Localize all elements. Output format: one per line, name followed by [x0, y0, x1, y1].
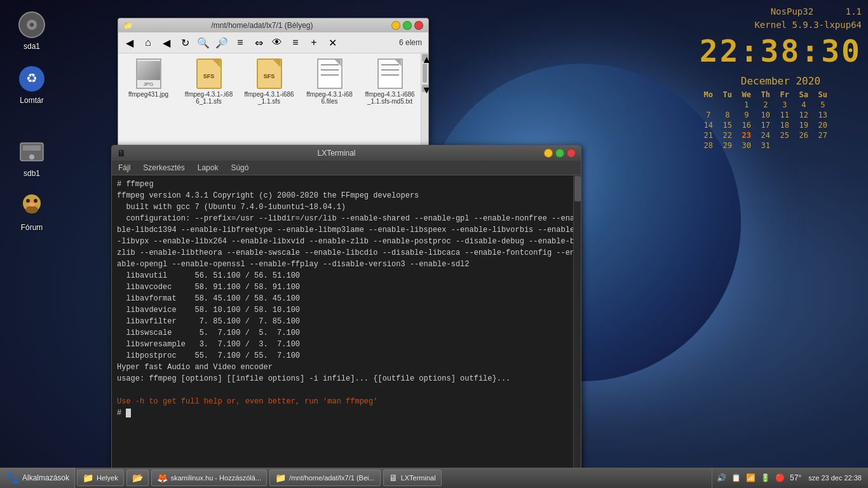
taskbar-item-files[interactable]: 📂 — [126, 470, 149, 486]
back-button[interactable]: ◀ — [121, 34, 138, 51]
cal-day-17[interactable]: 17 — [757, 121, 775, 130]
desktop-icon-lomtar[interactable]: ♻ Lomtár — [6, 60, 57, 108]
cal-day-8[interactable]: 8 — [719, 111, 736, 119]
cal-day-30[interactable]: 30 — [738, 141, 756, 150]
cal-day-21[interactable]: 21 — [700, 131, 717, 140]
menu-fajl[interactable]: Fájl — [115, 162, 133, 173]
terminal-icon: 🖥 — [117, 148, 126, 158]
desktop-icon-sda1[interactable]: sda1 — [6, 6, 57, 54]
cal-day-3[interactable]: 3 — [776, 100, 794, 109]
terminal-titlebar[interactable]: 🖥 LXTerminal — [112, 146, 581, 161]
cal-day-24[interactable]: 24 — [757, 131, 775, 140]
desktop-icon-sdb1[interactable]: sdb1 — [6, 133, 57, 181]
cal-day-9[interactable]: 9 — [738, 111, 756, 119]
file-item-jpg[interactable]: JPG ffmpeg431.jpg — [121, 57, 175, 107]
cal-day-12[interactable]: 12 — [795, 111, 813, 119]
forum-label: Fórum — [21, 223, 43, 232]
helyek-icon: 📁 — [83, 473, 93, 483]
forum-icon — [17, 191, 47, 221]
scrollbar-thumb[interactable] — [423, 64, 427, 83]
window-control-buttons — [391, 21, 423, 30]
new-folder-button[interactable]: + — [306, 34, 322, 51]
cal-day-19[interactable]: 19 — [795, 121, 813, 130]
menu-sugo[interactable]: Súgó — [227, 162, 252, 173]
file-item-md5[interactable]: ffmpeg-4.3.1-i686_1.1.sfs-md5.txt — [363, 57, 417, 107]
file-icon-files — [315, 58, 345, 89]
cal-day-20[interactable]: 20 — [814, 121, 832, 130]
cal-day-27[interactable]: 27 — [814, 131, 832, 140]
cal-day[interactable] — [719, 100, 736, 109]
cal-day-2[interactable]: 2 — [757, 100, 775, 109]
sda1-icon — [17, 10, 47, 40]
close-button[interactable] — [414, 21, 423, 30]
column-view-button[interactable]: ⇔ — [250, 34, 267, 51]
cal-day-11[interactable]: 11 — [776, 111, 794, 119]
delete-button[interactable]: ✕ — [324, 34, 341, 51]
cal-day-29[interactable]: 29 — [719, 141, 736, 150]
zoom-in-button[interactable]: 🔍 — [195, 34, 212, 51]
file-item-sfs1[interactable]: SFS ffmpeg-4.3.1-.i686_1.1.sfs — [182, 57, 236, 107]
up-button[interactable]: ◀ — [158, 34, 175, 51]
tray-power-icon[interactable]: 🔴 — [774, 473, 786, 482]
terminal-scrollbar[interactable] — [573, 175, 581, 487]
tray-wifi-icon[interactable]: 📶 — [745, 473, 757, 482]
terminal-body[interactable]: # ffmpeg ffmpeg version 4.3.1 Copyright … — [112, 175, 581, 487]
terminal-maximize-button[interactable] — [555, 149, 564, 158]
menu-szerkesztes[interactable]: Szerkesztés — [140, 162, 187, 173]
cal-day-5[interactable]: 5 — [814, 100, 832, 109]
terminal-line-7: libavformat 58. 45.100 / 58. 45.100 — [117, 293, 576, 304]
taskbar-item-helyek[interactable]: 📁 Helyek — [77, 470, 124, 486]
cal-day-7[interactable]: 7 — [700, 111, 717, 119]
terminal-line-12: libpostproc 55. 7.100 / 55. 7.100 — [117, 350, 576, 362]
cal-header-tu: Tu — [719, 90, 736, 99]
home-button[interactable]: ⌂ — [140, 34, 156, 51]
detail-view-button[interactable]: ≡ — [287, 34, 304, 51]
cal-day-14[interactable]: 14 — [700, 121, 717, 130]
file-name-files: ffmpeg-4.3.1-i686.files — [304, 91, 355, 105]
maximize-button[interactable] — [403, 21, 412, 30]
cal-day-4[interactable]: 4 — [795, 100, 813, 109]
file-item-sfs2[interactable]: SFS ffmpeg-4.3.1-i686_1.1.sfs — [242, 57, 296, 107]
terminal-line-5: libavutil 56. 51.100 / 56. 51.100 — [117, 270, 576, 281]
file-item-files[interactable]: ffmpeg-4.3.1-i686.files — [302, 57, 356, 107]
cal-day-10[interactable]: 10 — [757, 111, 775, 119]
calendar: December 2020 Mo Tu We Th Fr Sa Su 1 2 3… — [700, 75, 862, 150]
cal-day-13[interactable]: 13 — [814, 111, 832, 119]
cal-day-15[interactable]: 15 — [719, 121, 736, 130]
svg-point-10 — [26, 199, 30, 203]
terminal-line-4: configuration: --prefix=/usr --libdir=/u… — [117, 213, 576, 270]
terminal-close-button[interactable] — [567, 149, 576, 158]
cal-day-22[interactable]: 22 — [719, 131, 736, 140]
skamil-label: skamilinux.hu - Hozzászólá... — [171, 474, 261, 482]
file-manager-titlebar[interactable]: 📁 /mnt/home/adat/lx7/1 (Bélyeg) — [118, 18, 428, 32]
list-view-button[interactable]: ≡ — [232, 34, 248, 51]
minimize-button[interactable] — [391, 21, 400, 30]
taskbar-item-lxterminal[interactable]: 🖥 LXTerminal — [383, 470, 442, 486]
preview-button[interactable]: 👁 — [269, 34, 285, 51]
cal-day-18[interactable]: 18 — [776, 121, 794, 130]
cal-day-28[interactable]: 28 — [700, 141, 717, 150]
taskbar-item-skamil[interactable]: 🦊 skamilinux.hu - Hozzászólá... — [151, 470, 267, 486]
terminal-minimize-button[interactable] — [544, 149, 553, 158]
tray-volume-icon[interactable]: 🔊 — [715, 473, 728, 482]
file-name-sfs2: ffmpeg-4.3.1-i686_1.1.sfs — [244, 91, 294, 105]
desktop-icon-forum[interactable]: Fórum — [6, 187, 57, 235]
taskbar-start-button[interactable]: 🐾 Alkalmazások — [0, 468, 75, 488]
terminal-scroll-thumb[interactable] — [574, 176, 581, 201]
terminal-cursor — [126, 409, 131, 417]
zoom-out-button[interactable]: 🔎 — [214, 34, 230, 51]
cal-day-31[interactable]: 31 — [757, 141, 775, 150]
refresh-button[interactable]: ↻ — [177, 34, 193, 51]
taskbar-item-filemanager[interactable]: 📁 /mnt/home/adat/lx7/1 (Bei... — [269, 470, 381, 486]
cal-day-25[interactable]: 25 — [776, 131, 794, 140]
tray-clipboard-icon[interactable]: 📋 — [730, 473, 742, 482]
cal-day-16[interactable]: 16 — [738, 121, 756, 130]
cal-day-26[interactable]: 26 — [795, 131, 813, 140]
cal-day-1[interactable]: 1 — [738, 100, 756, 109]
desktop-icons: sda1 ♻ Lomtár sdb1 — [6, 6, 57, 235]
cal-day-23-today[interactable]: 23 — [738, 131, 756, 140]
menu-lapok[interactable]: Lapok — [194, 162, 222, 173]
cal-day[interactable] — [700, 100, 717, 109]
tray-battery-icon[interactable]: 🔋 — [759, 473, 771, 482]
cal-header-sa: Sa — [795, 90, 813, 99]
